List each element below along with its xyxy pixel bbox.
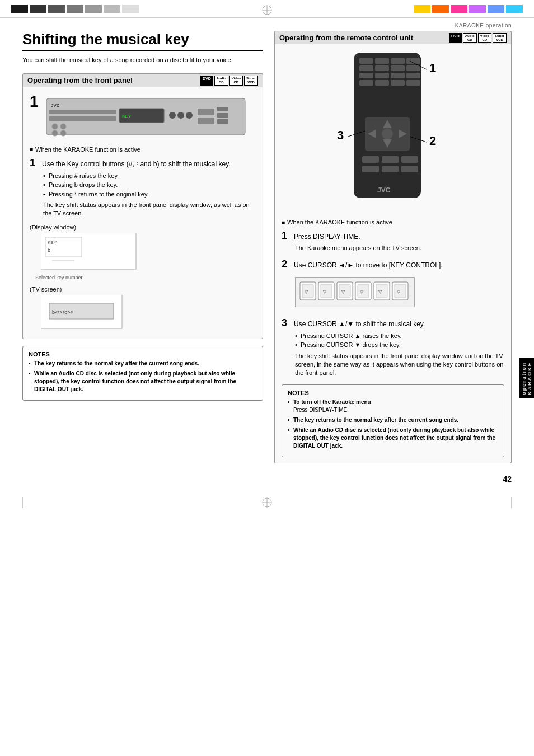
svg-rect-41 [406, 73, 420, 78]
front-panel-step1-large-number: 1 [30, 93, 39, 111]
remote-when-active-text: When the KARAOKE function is active [287, 219, 392, 226]
remote-section-content: JVC 1 2 3 When the KARAOKE function is a… [274, 44, 512, 463]
right-note-bold-3: While an Audio CD disc is selected (not … [293, 427, 495, 449]
svg-point-11 [186, 112, 193, 119]
right-notes-title: NOTES [288, 389, 498, 396]
main-content: Shifting the musical key You can shift t… [0, 31, 534, 463]
right-note-text-1: Press DISPLAY-TIME. [293, 407, 349, 413]
front-panel-when-active: When the KARAOKE function is active [30, 146, 256, 153]
bullet-item: Pressing # raises the key. [43, 171, 256, 181]
front-panel-when-active-text: When the KARAOKE function is active [35, 146, 140, 153]
svg-text:1: 1 [429, 61, 436, 75]
right-note-item-3: While an Audio CD disc is selected (not … [288, 426, 498, 450]
remote-step3-text: Use CURSOR ▲/▼ to shift the musical key. [294, 320, 425, 329]
svg-rect-32 [391, 58, 405, 64]
display-window-label: (Display window) [30, 224, 256, 231]
front-panel-step1-bullets: Pressing # raises the key. Pressing b dr… [43, 171, 256, 199]
front-panel-step1: 1 Use the Key control buttons (#, ♮ and … [30, 157, 256, 218]
remote-step2-number: 2 [282, 259, 291, 270]
bottom-mark-right [511, 497, 512, 508]
svg-rect-36 [391, 65, 405, 71]
svg-point-18 [60, 124, 66, 129]
display-window-section: (Display window) KEY b Selected key numb… [30, 224, 256, 280]
remote-section-title: Operating from the remote control unit [279, 34, 413, 42]
bottom-crosshair [261, 497, 273, 509]
remote-section-title-bar: Operating from the remote control unit D… [274, 31, 512, 44]
karaoke-sidebar-tab: KARAOKEoperation [519, 358, 534, 398]
svg-text:▽: ▽ [341, 289, 345, 294]
svg-rect-14 [217, 107, 228, 111]
svg-text:JVC: JVC [377, 186, 391, 194]
svg-rect-6 [49, 116, 116, 121]
right-note-bold-1: To turn off the Karaoke menu [293, 399, 371, 405]
right-notes-list: To turn off the Karaoke menu Press DISPL… [288, 398, 498, 450]
left-notes-list: The key returns to the normal key after … [29, 360, 257, 393]
remote-badge-super: SuperVCD [493, 33, 507, 43]
svg-rect-72 [339, 284, 350, 298]
badge-audio: AudioCD [214, 76, 228, 85]
svg-rect-34 [359, 65, 373, 71]
left-notes-box: NOTES The key returns to the normal key … [22, 346, 263, 401]
svg-point-51 [382, 128, 393, 139]
svg-text:▽: ▽ [378, 289, 382, 294]
svg-rect-30 [359, 58, 373, 64]
svg-point-17 [52, 124, 58, 129]
front-panel-step1-text: Use the Key control buttons (#, ♮ and b)… [42, 159, 231, 169]
tv-screen-section: (TV screen) b<♮>♯b>♯ [30, 286, 256, 333]
svg-text:3: 3 [337, 128, 344, 142]
remote-step3: 3 Use CURSOR ▲/▼ to shift the musical ke… [282, 317, 504, 378]
right-note-bold-2: The key returns to the normal key after … [293, 417, 458, 423]
bullet-item: Pressing ♮ returns to the original key. [43, 190, 256, 199]
svg-rect-37 [406, 65, 420, 71]
svg-rect-75 [358, 284, 369, 298]
svg-rect-31 [375, 58, 389, 64]
remote-bullet-item-1: Pressing CURSOR ▲ raises the key. [295, 331, 504, 341]
svg-rect-13 [198, 118, 214, 124]
remote-step3-bullets: Pressing CURSOR ▲ raises the key. Pressi… [295, 331, 504, 350]
front-panel-step1-note: The key shift status appears in the fron… [43, 201, 256, 218]
remote-badge-audio: AudioCD [463, 33, 477, 43]
svg-rect-44 [391, 80, 405, 86]
bottom-marks [0, 495, 534, 510]
bottom-mark-left [22, 497, 23, 508]
right-note-item-2: The key returns to the normal key after … [288, 416, 498, 424]
svg-rect-43 [375, 80, 389, 86]
svg-text:b<♮>♯b>♯: b<♮>♯b>♯ [52, 309, 73, 315]
front-panel-svg: JVC KEY [46, 93, 248, 138]
svg-rect-16 [217, 119, 228, 124]
badge-dvd: DVD [200, 76, 213, 85]
key-display-svg: ▽ ▽ ▽ ▽ ▽ [299, 281, 411, 303]
svg-rect-38 [359, 73, 373, 78]
page-header: KARAOKE operation [0, 18, 534, 31]
color-blocks-left [11, 5, 139, 13]
top-decorative-bar [0, 0, 534, 18]
page-title: Shifting the musical key [22, 31, 263, 51]
svg-text:2: 2 [429, 134, 436, 148]
front-panel-title: Operating from the front panel [27, 76, 133, 84]
svg-rect-57 [401, 166, 418, 172]
front-panel-section-content: 1 JVC KEY [22, 87, 263, 339]
remote-bullet-item-2: Pressing CURSOR ▼ drops the key. [295, 340, 504, 350]
front-panel-section: Operating from the front panel DVD Audio… [22, 73, 263, 339]
svg-point-10 [177, 112, 184, 119]
svg-rect-53 [382, 156, 399, 163]
display-window-container: KEY b [41, 233, 256, 274]
remote-step1-note: The Karaoke menu appears on the TV scree… [295, 244, 504, 252]
header-label: KARAOKE operation [455, 22, 512, 29]
key-display-row: ▽ ▽ ▽ ▽ ▽ [295, 277, 415, 307]
left-note-item-2: While an Audio CD disc is selected (not … [29, 370, 257, 393]
svg-text:▽: ▽ [305, 289, 308, 294]
svg-rect-78 [376, 284, 387, 298]
svg-point-20 [60, 130, 66, 136]
svg-rect-45 [406, 80, 420, 86]
front-panel-disc-badges: DVD AudioCD VideoCD SuperVCD [200, 76, 258, 85]
svg-point-19 [52, 130, 58, 136]
remote-step2-text: Use CURSOR ◄/► to move to [KEY CONTROL]. [294, 261, 443, 270]
remote-step2: 2 Use CURSOR ◄/► to move to [KEY CONTROL… [282, 259, 504, 312]
remote-step1-header: 1 Press DISPLAY-TIME. [282, 230, 504, 242]
svg-rect-42 [359, 80, 373, 86]
svg-rect-66 [302, 284, 313, 298]
front-panel-step1-number: 1 [30, 157, 39, 169]
svg-rect-69 [321, 284, 332, 298]
remote-step3-note: The key shift status appears in the fron… [295, 352, 504, 378]
